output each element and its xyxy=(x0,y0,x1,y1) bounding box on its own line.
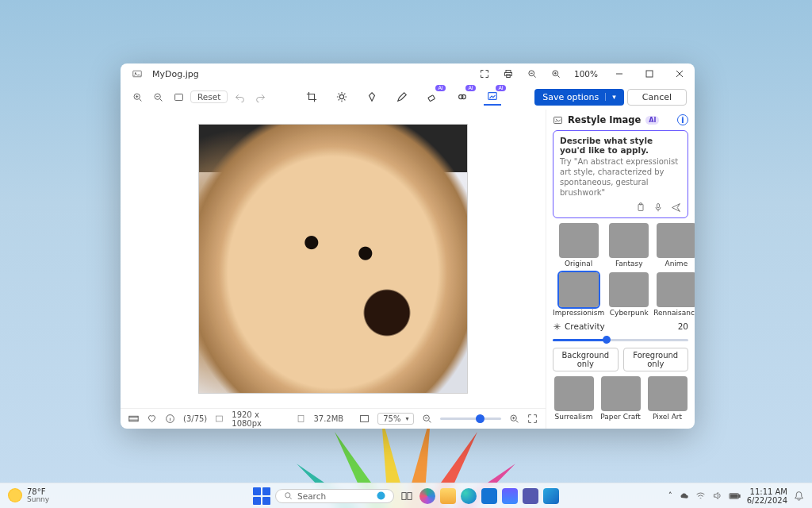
status-bar: (3/75) 1920 x 1080px 37.2MB 75% ▾ xyxy=(121,408,546,429)
send-icon[interactable] xyxy=(671,202,681,213)
fullscreen-icon[interactable] xyxy=(527,414,538,424)
zoom-select[interactable]: 75% ▾ xyxy=(377,413,414,425)
style-tile-anime[interactable]: Anime xyxy=(653,223,695,267)
tray-time: 11:11 AM xyxy=(747,487,787,496)
svg-rect-20 xyxy=(361,415,369,421)
creativity-value: 20 xyxy=(678,321,688,331)
svg-point-14 xyxy=(462,94,465,98)
sparkle-icon xyxy=(553,322,561,331)
tray-wifi-icon[interactable] xyxy=(695,491,706,501)
style-tile-papercraft[interactable]: Paper Craft xyxy=(599,376,642,421)
svg-rect-15 xyxy=(488,93,497,100)
reset-button[interactable]: Reset xyxy=(190,90,228,103)
image-canvas[interactable] xyxy=(121,110,546,408)
panel-info-icon[interactable]: i xyxy=(677,114,688,125)
svg-rect-19 xyxy=(299,415,304,421)
restyle-header-icon xyxy=(553,115,563,125)
filename: MyDog.jpg xyxy=(152,69,199,79)
style-tile-fantasy[interactable]: Fantasy xyxy=(609,223,649,267)
undo-icon[interactable] xyxy=(231,88,248,106)
edge-icon[interactable] xyxy=(461,488,477,504)
style-tile-impressionism[interactable]: Impressionism xyxy=(553,272,604,317)
prompt-hint: Try "An abstract expressionist art style… xyxy=(560,156,681,198)
creativity-slider[interactable] xyxy=(553,339,688,341)
tray-chevron-icon[interactable]: ˄ xyxy=(668,491,672,500)
image-filesize: 37.2MB xyxy=(313,414,343,423)
weather-widget[interactable]: 78°F Sunny xyxy=(8,487,49,504)
svg-point-27 xyxy=(285,493,290,498)
style-tile-surrealism[interactable]: Surrealism xyxy=(553,376,595,421)
photos-app-icon[interactable] xyxy=(543,488,559,504)
style-presets-grid-2: Surrealism Paper Craft Pixel Art xyxy=(553,376,688,421)
adjust-icon[interactable] xyxy=(333,88,350,106)
weather-condition: Sunny xyxy=(27,496,49,504)
tray-notifications-icon[interactable] xyxy=(794,491,804,501)
erase-ai-icon[interactable] xyxy=(423,88,441,106)
teams-icon[interactable] xyxy=(523,488,538,504)
taskbar-search[interactable]: Search xyxy=(275,489,394,503)
markup-icon[interactable] xyxy=(393,88,411,106)
zoom-out-icon[interactable] xyxy=(422,414,432,424)
task-view-icon[interactable] xyxy=(399,488,415,504)
tray-onedrive-icon[interactable] xyxy=(679,491,689,501)
clipboard-icon[interactable] xyxy=(636,202,645,213)
svg-rect-24 xyxy=(638,204,643,210)
sun-icon xyxy=(8,488,22,502)
maximize-button[interactable] xyxy=(638,64,661,84)
tray-battery-icon[interactable] xyxy=(729,491,741,501)
foreground-only-button[interactable]: Foreground only xyxy=(623,348,689,371)
zoom-out-tool-icon[interactable] xyxy=(149,88,167,106)
photos-app-window: MyDog.jpg 100% Reset Save options ▾ xyxy=(121,64,695,429)
filesize-icon xyxy=(297,414,305,423)
style-tile-pixelart[interactable]: Pixel Art xyxy=(646,376,688,421)
background-only-button[interactable]: Background only xyxy=(553,348,619,371)
fit-screen-icon[interactable] xyxy=(170,88,187,106)
store-icon[interactable] xyxy=(481,488,497,504)
background-ai-icon[interactable] xyxy=(454,88,471,106)
print-icon[interactable] xyxy=(500,65,517,83)
copilot-icon[interactable] xyxy=(419,488,435,504)
fit-icon[interactable] xyxy=(359,414,370,424)
favorite-icon[interactable] xyxy=(147,414,157,424)
svg-rect-10 xyxy=(174,94,182,100)
expand-icon[interactable] xyxy=(476,65,493,83)
creativity-label: Creativity xyxy=(565,321,605,331)
style-prompt-box[interactable]: Describe what style you'd like to apply.… xyxy=(553,130,688,218)
zoom-in-icon[interactable] xyxy=(509,414,519,424)
zoom-in-tool-icon[interactable] xyxy=(128,88,146,106)
restyle-panel: Restyle Image AI i Describe what style y… xyxy=(546,110,695,429)
crop-icon[interactable] xyxy=(303,88,320,106)
svg-point-11 xyxy=(339,94,343,98)
zoom-in-icon[interactable] xyxy=(547,65,565,83)
restyle-ai-icon[interactable] xyxy=(484,88,501,106)
prompt-headline: Describe what style you'd like to apply. xyxy=(560,136,681,155)
start-button[interactable] xyxy=(253,487,270,505)
filter-icon[interactable] xyxy=(363,88,381,106)
chevron-down-icon: ▾ xyxy=(605,93,616,101)
taskbar: 78°F Sunny Search ˄ 11:11 AM 6/22/2024 xyxy=(0,483,812,508)
zoom-out-icon[interactable] xyxy=(523,65,541,83)
zoom-slider[interactable] xyxy=(440,418,501,420)
style-tile-cyberpunk[interactable]: Cyberpunk xyxy=(609,272,649,317)
svg-rect-23 xyxy=(554,117,562,123)
tray-volume-icon[interactable] xyxy=(712,491,722,501)
svg-rect-32 xyxy=(739,495,740,497)
svg-point-28 xyxy=(377,492,385,500)
redo-icon[interactable] xyxy=(251,88,269,106)
minimize-button[interactable] xyxy=(607,64,631,84)
svg-rect-30 xyxy=(408,492,412,499)
app-icon-generic[interactable] xyxy=(502,488,518,504)
tray-clock[interactable]: 11:11 AM 6/22/2024 xyxy=(747,487,787,505)
explorer-icon[interactable] xyxy=(440,488,456,504)
cancel-button[interactable]: Cancel xyxy=(627,89,687,106)
filmstrip-icon[interactable] xyxy=(128,414,139,424)
close-button[interactable] xyxy=(668,64,691,84)
search-placeholder: Search xyxy=(297,491,326,501)
save-options-button[interactable]: Save options ▾ xyxy=(534,89,624,106)
style-tile-original[interactable]: Original xyxy=(553,223,604,267)
style-tile-rennaisance[interactable]: Rennaisance xyxy=(653,272,695,317)
dimensions-icon xyxy=(215,414,224,423)
info-icon[interactable] xyxy=(165,414,175,424)
microphone-icon[interactable] xyxy=(653,202,663,213)
svg-rect-7 xyxy=(646,71,653,77)
